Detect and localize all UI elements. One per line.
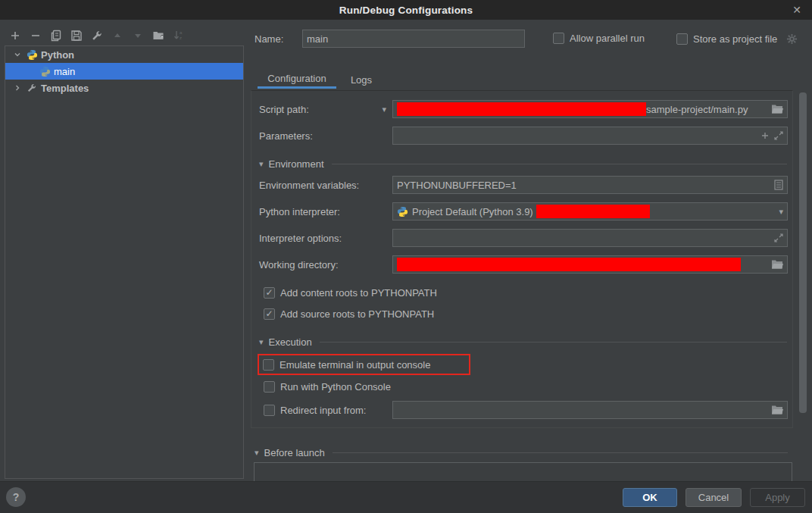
tab-label: Configuration bbox=[267, 73, 326, 84]
checkbox-label: Store as project file bbox=[693, 33, 777, 45]
environment-variables-value: PYTHONUNBUFFERED=1 bbox=[397, 180, 517, 191]
apply-button[interactable]: Apply bbox=[750, 488, 805, 507]
section-collapse-icon[interactable]: ▾ bbox=[259, 159, 264, 169]
section-collapse-icon[interactable]: ▾ bbox=[255, 448, 259, 458]
add-content-roots-checkbox[interactable]: ✓ Add content roots to PYTHONPATH bbox=[264, 286, 437, 299]
move-down-icon[interactable] bbox=[132, 30, 144, 42]
button-label: OK bbox=[642, 492, 657, 503]
environment-variables-input[interactable]: PYTHONUNBUFFERED=1 bbox=[392, 176, 788, 194]
before-launch-section-header[interactable]: ▾ Before launch bbox=[255, 446, 788, 458]
python-icon bbox=[26, 48, 38, 61]
remove-icon[interactable] bbox=[30, 30, 42, 42]
section-divider bbox=[332, 164, 787, 164]
script-path-input[interactable]: sample-project/main.py bbox=[392, 100, 788, 118]
checkbox-box[interactable] bbox=[264, 381, 275, 393]
browse-folder-icon[interactable] bbox=[771, 259, 783, 270]
environment-section-header[interactable]: ▾ Environment bbox=[259, 158, 787, 170]
svg-text:a: a bbox=[180, 30, 183, 35]
help-button[interactable]: ? bbox=[6, 487, 26, 507]
script-path-label: Script path: bbox=[259, 104, 309, 115]
python-icon bbox=[39, 65, 51, 77]
run-python-console-checkbox[interactable]: Run with Python Console bbox=[264, 380, 391, 393]
wrench-icon bbox=[26, 82, 38, 94]
chevron-down-icon[interactable]: ▾ bbox=[382, 105, 386, 114]
button-label: Cancel bbox=[698, 492, 729, 503]
expand-field-icon[interactable] bbox=[774, 233, 783, 242]
checkbox-label: Add source roots to PYTHONPATH bbox=[280, 308, 434, 320]
checkbox-box[interactable]: ✓ bbox=[264, 287, 275, 299]
tab-configuration[interactable]: Configuration bbox=[258, 70, 336, 89]
checkbox-label: Add content roots to PYTHONPATH bbox=[280, 287, 437, 299]
python-interpreter-label: Python interpreter: bbox=[259, 206, 386, 217]
add-source-roots-checkbox[interactable]: ✓ Add source roots to PYTHONPATH bbox=[264, 308, 434, 320]
configurations-tree: Python main Templates bbox=[5, 45, 244, 479]
before-launch-task-list[interactable] bbox=[254, 462, 792, 482]
chevron-right-icon[interactable] bbox=[11, 82, 23, 94]
name-input[interactable]: main bbox=[302, 30, 525, 48]
emulate-terminal-checkbox[interactable] bbox=[263, 359, 274, 371]
interpreter-options-row: Interpreter options: bbox=[251, 229, 792, 247]
add-macro-icon[interactable] bbox=[760, 131, 770, 140]
environment-variables-row: Environment variables: PYTHONUNBUFFERED=… bbox=[251, 176, 792, 194]
checkbox-box[interactable] bbox=[264, 405, 275, 416]
copy-icon[interactable] bbox=[50, 30, 62, 42]
tree-item-label: main bbox=[54, 66, 75, 77]
allow-parallel-run-checkbox[interactable]: Allow parallel run bbox=[553, 33, 645, 44]
chevron-down-icon[interactable] bbox=[11, 48, 23, 61]
working-directory-input[interactable] bbox=[392, 255, 788, 274]
section-collapse-icon[interactable]: ▾ bbox=[259, 337, 264, 347]
checkbox-box[interactable] bbox=[553, 33, 564, 44]
ok-button[interactable]: OK bbox=[623, 488, 677, 507]
save-icon[interactable] bbox=[70, 30, 83, 42]
script-path-row: Script path: ▾ sample-project/main.py bbox=[251, 100, 792, 118]
checkbox-label: Run with Python Console bbox=[280, 381, 391, 393]
section-title: Environment bbox=[269, 158, 324, 170]
move-up-icon[interactable] bbox=[111, 30, 123, 42]
svg-text:z: z bbox=[180, 36, 182, 40]
parameters-input[interactable] bbox=[392, 127, 788, 145]
python-interpreter-value: Project Default (Python 3.9) bbox=[412, 206, 533, 217]
section-divider bbox=[333, 452, 788, 453]
combo-arrow-icon[interactable]: ▾ bbox=[779, 207, 783, 217]
tree-item-python[interactable]: Python bbox=[5, 46, 243, 63]
tab-logs[interactable]: Logs bbox=[344, 70, 379, 89]
redirect-input-checkbox[interactable]: Redirect input from: bbox=[264, 404, 366, 416]
parameters-label: Parameters: bbox=[259, 130, 386, 142]
configurations-toolbar: az bbox=[9, 27, 185, 44]
python-icon bbox=[397, 206, 408, 217]
checkbox-box[interactable]: ✓ bbox=[264, 308, 275, 320]
dialog-title: Run/Debug Configurations bbox=[339, 5, 473, 16]
browse-folder-icon[interactable] bbox=[771, 104, 783, 114]
browse-folder-icon[interactable] bbox=[771, 405, 783, 415]
script-path-label-combo[interactable]: Script path: ▾ bbox=[259, 104, 386, 115]
expand-field-icon[interactable] bbox=[774, 131, 783, 140]
cancel-button[interactable]: Cancel bbox=[686, 488, 742, 507]
gear-icon[interactable] bbox=[785, 33, 798, 45]
python-interpreter-combobox[interactable]: Project Default (Python 3.9) ▾ bbox=[392, 202, 788, 221]
interpreter-options-input[interactable] bbox=[392, 229, 788, 247]
new-folder-icon[interactable] bbox=[152, 30, 164, 42]
tree-item-main[interactable]: main bbox=[5, 63, 243, 80]
checkbox-label: Allow parallel run bbox=[570, 33, 645, 44]
redacted-path-block bbox=[397, 102, 646, 116]
sort-alphabetically-icon[interactable]: az bbox=[173, 30, 185, 42]
section-title: Execution bbox=[269, 336, 312, 348]
python-interpreter-row: Python interpreter: Project Default (Pyt… bbox=[251, 202, 792, 221]
edit-wrench-icon[interactable] bbox=[91, 30, 103, 42]
vertical-scrollbar[interactable] bbox=[799, 92, 807, 413]
store-as-project-file-checkbox[interactable]: Store as project file bbox=[676, 33, 798, 45]
edit-variables-icon[interactable] bbox=[774, 180, 783, 190]
execution-section-header[interactable]: ▾ Execution bbox=[259, 336, 787, 348]
checkbox-box[interactable] bbox=[676, 33, 688, 45]
tree-item-templates[interactable]: Templates bbox=[5, 80, 243, 96]
checkbox-label: Emulate terminal in output console bbox=[280, 359, 430, 371]
working-directory-row: Working directory: bbox=[251, 255, 792, 274]
check-icon: ✓ bbox=[265, 288, 273, 297]
redirect-input-field[interactable] bbox=[392, 401, 788, 419]
redacted-directory-block bbox=[397, 258, 741, 271]
add-icon[interactable] bbox=[9, 30, 21, 42]
interpreter-options-label: Interpreter options: bbox=[259, 233, 386, 244]
close-icon[interactable]: ✕ bbox=[788, 0, 806, 20]
script-path-visible-text: sample-project/main.py bbox=[646, 104, 748, 115]
tab-label: Logs bbox=[351, 74, 372, 86]
